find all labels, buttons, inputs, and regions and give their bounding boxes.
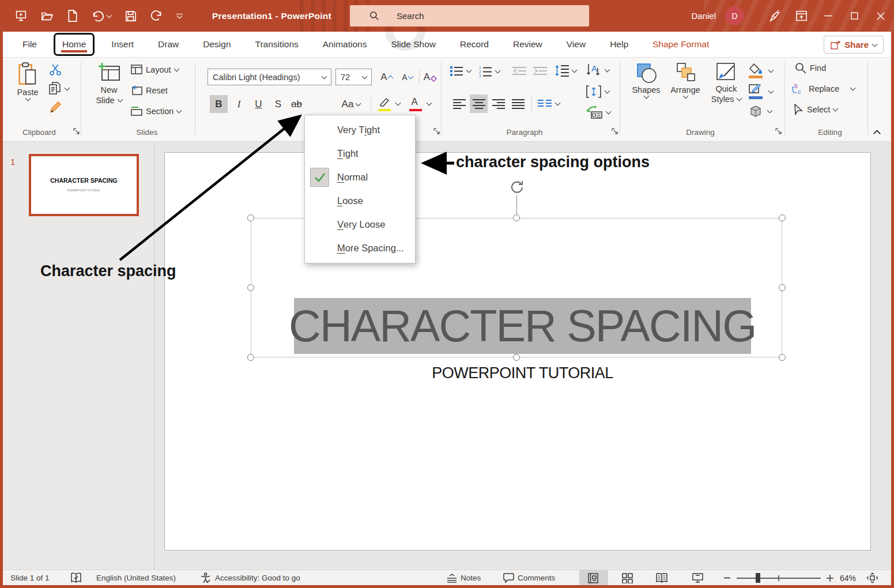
replace-button[interactable]: bc Replace <box>791 83 855 95</box>
resize-handle-bottom-left[interactable] <box>247 354 254 361</box>
font-size-combobox[interactable]: 72 <box>335 69 372 85</box>
spell-check-icon[interactable] <box>71 570 81 586</box>
clear-formatting-button[interactable]: A <box>421 68 439 86</box>
tab-file[interactable]: File <box>10 32 49 58</box>
new-slide-button[interactable]: New Slide <box>90 62 127 105</box>
slide-indicator[interactable]: Slide 1 of 1 <box>10 570 50 586</box>
tab-animations[interactable]: Animations <box>311 32 379 58</box>
accessibility-icon[interactable] <box>201 570 210 586</box>
resize-handle-top-left[interactable] <box>247 214 254 221</box>
italic-button[interactable]: I <box>230 95 248 113</box>
share-button[interactable]: Share <box>824 36 884 54</box>
resize-handle-bottom-center[interactable] <box>513 354 520 361</box>
maximize-button[interactable] <box>841 0 867 32</box>
convert-smartart-button[interactable] <box>586 106 610 119</box>
comments-button[interactable]: Comments <box>503 570 555 586</box>
menu-item-normal[interactable]: Normal <box>305 165 415 189</box>
strikethrough-button[interactable]: ab <box>288 95 305 113</box>
reading-view-button[interactable] <box>647 570 676 586</box>
paragraph-dialog-launcher[interactable] <box>612 128 620 136</box>
chevron-down-icon[interactable] <box>395 100 401 106</box>
avatar[interactable]: D <box>725 6 744 25</box>
accessibility-status[interactable]: Accessibility: Good to go <box>215 570 300 586</box>
text-direction-button[interactable]: A <box>586 63 609 77</box>
align-left-button[interactable] <box>450 95 468 113</box>
align-right-button[interactable] <box>489 95 507 113</box>
select-button[interactable]: Select <box>794 104 838 115</box>
search-input[interactable] <box>397 11 558 21</box>
align-center-button[interactable] <box>470 95 488 113</box>
tab-record[interactable]: Record <box>448 32 501 58</box>
menu-item-more-spacing[interactable]: More Spacing... <box>305 236 415 260</box>
change-case-button[interactable]: Aa <box>337 95 365 113</box>
font-color-button[interactable]: A <box>406 95 424 113</box>
notes-button[interactable]: Notes <box>447 570 481 586</box>
resize-handle-bottom-right[interactable] <box>779 354 786 361</box>
presenter-coach-icon[interactable] <box>761 0 788 32</box>
language-indicator[interactable]: English (United States) <box>96 570 176 586</box>
decrease-font-size-button[interactable]: A <box>398 68 416 86</box>
drawing-dialog-launcher[interactable] <box>775 128 783 136</box>
bullets-button[interactable] <box>450 66 471 76</box>
copy-button[interactable] <box>49 82 69 95</box>
section-button[interactable]: Section <box>131 106 181 116</box>
ribbon-display-options-icon[interactable] <box>788 0 814 32</box>
line-spacing-button[interactable] <box>555 65 576 77</box>
zoom-level[interactable]: 64% <box>840 570 856 586</box>
text-highlight-button[interactable] <box>375 95 393 113</box>
zoom-slider-thumb[interactable] <box>756 573 760 583</box>
shapes-button[interactable]: Shapes <box>628 62 664 98</box>
paste-button[interactable]: Paste <box>11 62 44 100</box>
shape-outline-button[interactable] <box>749 84 773 99</box>
menu-item-very-loose[interactable]: Very Loose <box>305 213 415 236</box>
layout-button[interactable]: Layout <box>131 65 179 74</box>
slide-show-button[interactable] <box>683 570 712 586</box>
tab-home[interactable]: Home <box>54 33 95 56</box>
redo-button[interactable] <box>150 10 163 22</box>
new-file-icon[interactable] <box>67 10 78 22</box>
numbering-button[interactable]: 123 <box>479 66 500 77</box>
tab-view[interactable]: View <box>554 32 598 58</box>
font-dialog-launcher[interactable] <box>433 128 442 136</box>
shape-effects-button[interactable] <box>749 105 772 118</box>
shadow-button[interactable]: S <box>269 95 287 113</box>
quick-styles-button[interactable]: Quick Styles <box>707 62 746 104</box>
resize-handle-middle-right[interactable] <box>779 284 786 291</box>
normal-view-button[interactable] <box>579 570 608 586</box>
minimize-button[interactable] <box>814 0 841 32</box>
tab-review[interactable]: Review <box>501 32 554 58</box>
increase-indent-button[interactable] <box>533 66 547 76</box>
customize-qat-button[interactable] <box>176 14 183 18</box>
reset-button[interactable]: Reset <box>131 85 168 95</box>
user-name[interactable]: Daniel <box>691 11 716 21</box>
slide-subtitle[interactable]: POWERPOINT TUTORIAL <box>294 364 751 382</box>
underline-button[interactable]: U <box>250 95 267 113</box>
collapse-ribbon-button[interactable] <box>874 128 880 138</box>
fit-slide-to-window-button[interactable] <box>866 570 878 586</box>
align-text-button[interactable] <box>586 85 609 98</box>
menu-item-tight[interactable]: Tight <box>305 142 415 165</box>
tab-transitions[interactable]: Transitions <box>243 32 311 58</box>
search-box[interactable] <box>350 5 589 27</box>
open-folder-icon[interactable] <box>41 10 54 22</box>
slide-title-highlighted[interactable]: CHARACTER SPACING <box>294 298 751 354</box>
rotate-handle-icon[interactable] <box>509 179 525 195</box>
close-button[interactable] <box>867 0 894 32</box>
tab-help[interactable]: Help <box>598 32 640 58</box>
menu-item-very-tight[interactable]: Very Tight <box>305 118 415 142</box>
font-name-combobox[interactable]: Calibri Light (Headings) <box>208 69 331 85</box>
format-painter-button[interactable] <box>49 100 63 114</box>
tab-draw[interactable]: Draw <box>146 32 191 58</box>
clipboard-dialog-launcher[interactable] <box>73 128 81 136</box>
arrange-button[interactable]: Arrange <box>667 62 704 98</box>
tab-shape-format[interactable]: Shape Format <box>640 32 721 58</box>
shape-fill-button[interactable] <box>749 63 773 78</box>
save-button[interactable] <box>125 10 137 22</box>
start-slideshow-icon[interactable] <box>15 10 27 22</box>
bold-button[interactable]: B <box>210 95 228 113</box>
justify-button[interactable] <box>509 95 527 113</box>
resize-handle-top-center[interactable] <box>513 214 520 221</box>
zoom-out-button[interactable] <box>723 570 731 586</box>
menu-item-loose[interactable]: Loose <box>305 189 415 213</box>
undo-button[interactable] <box>92 10 111 22</box>
